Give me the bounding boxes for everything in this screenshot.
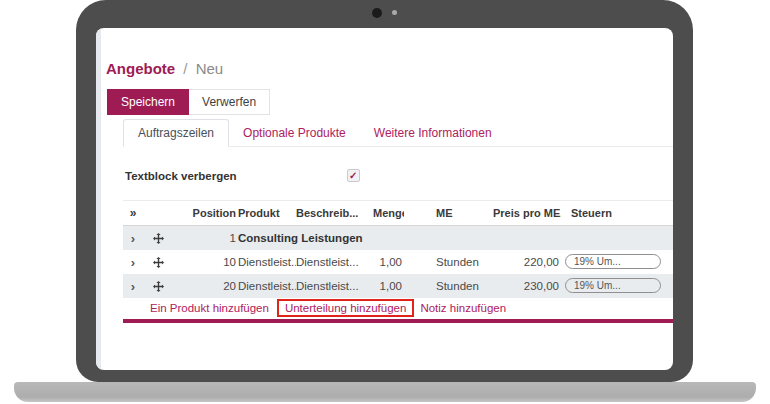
- table-header-row: » Position Produkt Beschreib... Menge ME…: [123, 200, 673, 226]
- breadcrumb: Angebote / Neu: [106, 60, 223, 77]
- expand-all-header[interactable]: »: [123, 206, 143, 220]
- breadcrumb-current: Neu: [196, 60, 224, 77]
- breadcrumb-separator: /: [183, 60, 187, 77]
- product-header[interactable]: Produkt: [238, 207, 296, 219]
- expand-row-icon[interactable]: ›: [123, 280, 143, 293]
- page: Angebote / Neu Speichern Verwerfen Auftr…: [0, 0, 770, 404]
- webcam-led-icon: [392, 10, 397, 15]
- table-bottom-rule: [123, 319, 673, 323]
- uom-cell[interactable]: Stunden: [404, 256, 493, 268]
- highlight-box: Unterteilung hinzufügen: [277, 299, 414, 317]
- screen: Angebote / Neu Speichern Verwerfen Auftr…: [96, 28, 673, 370]
- add-note-link[interactable]: Notiz hinzufügen: [420, 302, 506, 314]
- webcam-icon: [372, 8, 382, 18]
- drag-handle-icon[interactable]: [143, 281, 173, 292]
- expand-row-icon[interactable]: ›: [123, 232, 143, 245]
- taxes-cell: 19% Um...: [561, 254, 673, 271]
- tax-tag[interactable]: 19% Um...: [565, 278, 661, 293]
- add-section-link[interactable]: Unterteilung hinzufügen: [285, 302, 406, 314]
- tax-tag[interactable]: 19% Um...: [565, 254, 661, 269]
- save-button[interactable]: Speichern: [107, 89, 189, 115]
- description-header[interactable]: Beschreib...: [296, 207, 373, 219]
- action-buttons: Speichern Verwerfen: [107, 89, 270, 115]
- expand-row-icon[interactable]: ›: [123, 256, 143, 269]
- table-row-section[interactable]: › 1 Consulting Leistungen: [123, 226, 673, 250]
- position-cell[interactable]: 20: [173, 280, 238, 292]
- table-row[interactable]: › 20 Dienstleist... Dienstleist... 1,00 …: [123, 274, 673, 298]
- table-footer-links: Ein Produkt hinzufügen Unterteilung hinz…: [123, 298, 506, 318]
- taxes-header[interactable]: Steuern: [561, 207, 673, 219]
- position-cell[interactable]: 1: [173, 232, 238, 244]
- breadcrumb-section[interactable]: Angebote: [106, 60, 175, 77]
- position-cell[interactable]: 10: [173, 256, 238, 268]
- discard-button[interactable]: Verwerfen: [189, 89, 270, 115]
- quantity-cell[interactable]: 1,00: [373, 256, 404, 268]
- screen-left-edge: [96, 28, 101, 370]
- table-row[interactable]: › 10 Dienstleist... Dienstleist... 1,00 …: [123, 250, 673, 274]
- section-name-cell[interactable]: Consulting Leistungen: [238, 232, 673, 244]
- price-header[interactable]: Preis pro ME...: [493, 207, 561, 219]
- price-cell[interactable]: 230,00: [493, 280, 561, 292]
- drag-handle-icon[interactable]: [143, 233, 173, 244]
- tab-order-lines[interactable]: Auftragszeilen: [123, 119, 229, 147]
- description-cell[interactable]: Dienstleist...: [296, 280, 373, 292]
- tab-optional-products[interactable]: Optionale Produkte: [229, 120, 360, 146]
- uom-cell[interactable]: Stunden: [404, 280, 493, 292]
- product-cell[interactable]: Dienstleist...: [238, 280, 296, 292]
- notebook-tabs: Auftragszeilen Optionale Produkte Weiter…: [123, 120, 673, 147]
- add-product-link[interactable]: Ein Produkt hinzufügen: [150, 302, 269, 314]
- product-cell[interactable]: Dienstleist...: [238, 256, 296, 268]
- uom-header[interactable]: ME: [404, 207, 493, 219]
- price-cell[interactable]: 220,00: [493, 256, 561, 268]
- tab-other-info[interactable]: Weitere Informationen: [360, 120, 506, 146]
- quantity-cell[interactable]: 1,00: [373, 280, 404, 292]
- order-lines-table: » Position Produkt Beschreib... Menge ME…: [123, 200, 673, 298]
- hide-textblock-checkbox[interactable]: ✓: [347, 169, 360, 182]
- taxes-cell: 19% Um...: [561, 278, 673, 295]
- position-header[interactable]: Position: [173, 207, 238, 219]
- hide-textblock-label: Textblock verbergen: [125, 170, 237, 182]
- quantity-header[interactable]: Menge: [373, 207, 404, 219]
- hide-textblock-field: Textblock verbergen ✓: [125, 169, 360, 182]
- description-cell[interactable]: Dienstleist...: [296, 256, 373, 268]
- laptop-base: [14, 382, 756, 402]
- drag-handle-icon[interactable]: [143, 257, 173, 268]
